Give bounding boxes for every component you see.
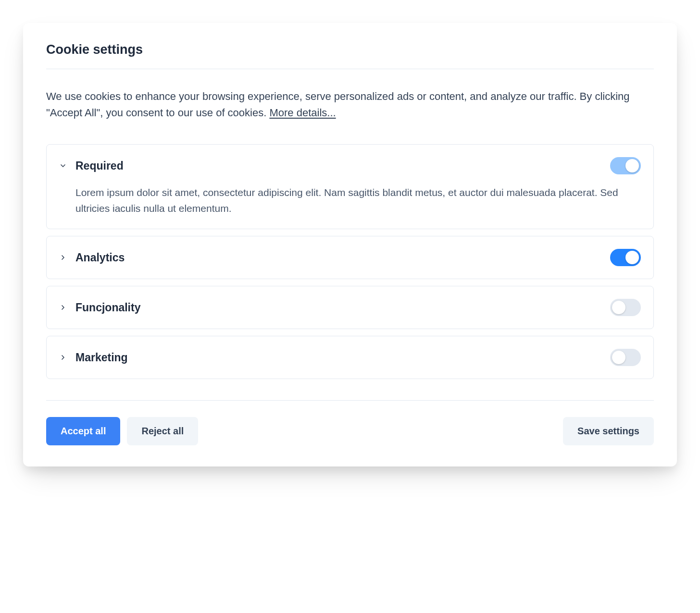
save-settings-button[interactable]: Save settings [563, 417, 654, 445]
category-analytics-header[interactable]: Analytics [59, 249, 641, 266]
modal-title: Cookie settings [46, 42, 654, 57]
category-marketing: Marketing [46, 336, 654, 379]
header-divider [46, 69, 654, 69]
category-required: Required Lorem ipsum dolor sit amet, con… [46, 144, 654, 229]
toggle-marketing[interactable] [610, 349, 641, 366]
chevron-right-icon [59, 304, 67, 311]
category-marketing-header[interactable]: Marketing [59, 349, 641, 366]
footer-divider [46, 400, 654, 401]
reject-all-button[interactable]: Reject all [127, 417, 198, 445]
toggle-required [610, 157, 641, 174]
category-marketing-label: Marketing [75, 351, 601, 364]
category-analytics: Analytics [46, 236, 654, 279]
category-required-label: Required [75, 159, 601, 172]
toggle-knob [612, 301, 625, 314]
chevron-down-icon [59, 162, 67, 170]
category-functionality-header[interactable]: Funcjonality [59, 299, 641, 316]
toggle-functionality[interactable] [610, 299, 641, 316]
actions-bar: Accept all Reject all Save settings [46, 417, 654, 445]
chevron-right-icon [59, 354, 67, 361]
more-details-link[interactable]: More details... [269, 107, 336, 119]
categories-list: Required Lorem ipsum dolor sit amet, con… [46, 144, 654, 379]
toggle-knob [625, 251, 639, 264]
category-functionality-label: Funcjonality [75, 301, 601, 314]
category-required-header[interactable]: Required [59, 157, 641, 174]
category-required-description: Lorem ipsum dolor sit amet, consectetur … [75, 185, 641, 216]
chevron-right-icon [59, 254, 67, 261]
toggle-knob [612, 351, 625, 364]
cookie-settings-modal: Cookie settings We use cookies to enhanc… [23, 23, 677, 466]
accept-all-button[interactable]: Accept all [46, 417, 120, 445]
category-analytics-label: Analytics [75, 251, 601, 264]
toggle-analytics[interactable] [610, 249, 641, 266]
category-functionality: Funcjonality [46, 286, 654, 329]
toggle-knob [625, 159, 639, 172]
description-text: We use cookies to enhance your browsing … [46, 90, 630, 119]
cookie-description: We use cookies to enhance your browsing … [46, 88, 654, 121]
